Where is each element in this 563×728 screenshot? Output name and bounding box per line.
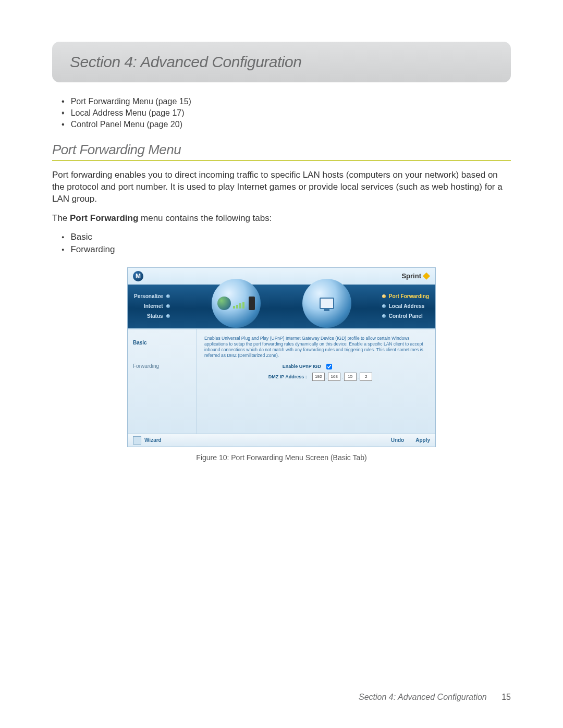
tab-basic[interactable]: Basic (133, 340, 191, 346)
ip-octet-1[interactable]: 192 (312, 373, 325, 381)
sprint-logo: Sprint (401, 272, 430, 280)
signal-bars-icon (233, 298, 247, 309)
nav-right: Port Forwarding Local Address Control Pa… (382, 293, 429, 319)
tab-forwarding[interactable]: Forwarding (133, 363, 191, 369)
header-graphics (212, 282, 351, 331)
paragraph: The Port Forwarding menu contains the fo… (52, 213, 511, 225)
app-window: M Sprint Personalize Internet Status (127, 267, 436, 447)
undo-button[interactable]: Undo (391, 437, 405, 443)
footer-text: Section 4: Advanced Configuration (359, 693, 487, 701)
dmz-label: DMZ IP Address : (239, 374, 307, 379)
sprint-pin-icon (423, 273, 430, 280)
toc-list: Port Forwarding Menu (page 15) Local Add… (62, 97, 511, 129)
description-text: Enables Universal Plug and Play (UPnP) I… (204, 336, 428, 359)
figure-caption: Figure 10: Port Forwarding Menu Screen (… (52, 453, 511, 462)
dot-icon (382, 294, 386, 298)
dot-icon (166, 294, 170, 298)
nav-label: Internet (144, 303, 163, 309)
nav-local-address[interactable]: Local Address (382, 303, 425, 309)
ip-octet-2[interactable]: 168 (328, 373, 340, 381)
dmz-row: DMZ IP Address : 192 . 168 . 15 . 2 (204, 373, 428, 381)
dot-icon (166, 314, 170, 318)
list-item: Forwarding (62, 244, 511, 255)
page-footer: Section 4: Advanced Configuration 15 (359, 693, 511, 702)
app-body: Basic Forwarding Enables Universal Plug … (128, 328, 435, 434)
globe-computer-icon (302, 279, 351, 328)
app-footer: Wizard Undo Apply (128, 434, 435, 447)
list-item: Basic (62, 232, 511, 242)
dot-icon (382, 314, 386, 318)
wizard-button[interactable]: Wizard (144, 437, 162, 443)
dot-icon (166, 304, 170, 308)
section-title: Section 4: Advanced Configuration (70, 53, 493, 71)
tabs-list: Basic Forwarding (62, 232, 511, 255)
text: menu contains the following tabs: (138, 213, 272, 223)
text-bold: Port Forwarding (70, 213, 138, 223)
page-number: 15 (501, 693, 511, 701)
toc-item: Port Forwarding Menu (page 15) (62, 97, 511, 106)
nav-personalize[interactable]: Personalize (134, 293, 170, 299)
subsection-title: Port Forwarding Menu (52, 142, 511, 158)
dot-icon (382, 304, 386, 308)
dot-separator: . (326, 374, 327, 379)
wizard-icon[interactable] (133, 436, 141, 445)
upnp-label: Enable UPnP IGD (253, 364, 321, 369)
nav-internet[interactable]: Internet (144, 303, 170, 309)
nav-label: Personalize (134, 293, 163, 299)
nav-port-forwarding[interactable]: Port Forwarding (382, 293, 429, 299)
section-header: Section 4: Advanced Configuration (52, 42, 511, 82)
ip-octet-4[interactable]: 2 (360, 373, 372, 381)
sidebar: Basic Forwarding (128, 329, 197, 434)
upnp-checkbox[interactable] (326, 364, 332, 369)
text: The (52, 213, 70, 223)
nav-control-panel[interactable]: Control Panel (382, 313, 423, 319)
paragraph: Port forwarding enables you to direct in… (52, 169, 511, 205)
nav-status[interactable]: Status (147, 313, 170, 319)
globe-internet-icon (212, 279, 261, 328)
title-underline (52, 160, 511, 161)
toc-item: Control Panel Menu (page 20) (62, 120, 511, 129)
toc-item: Local Address Menu (page 17) (62, 108, 511, 118)
upnp-row: Enable UPnP IGD (204, 364, 428, 369)
dot-separator: . (358, 374, 359, 379)
content-panel: Enables Universal Plug and Play (UPnP) I… (197, 329, 435, 434)
nav-left: Personalize Internet Status (134, 293, 170, 319)
dot-separator: . (341, 374, 343, 379)
nav-label: Control Panel (389, 313, 423, 319)
app-nav-header: Personalize Internet Status (128, 285, 435, 328)
earth-icon (217, 297, 231, 310)
sprint-logo-text: Sprint (401, 272, 421, 280)
nav-label: Local Address (389, 303, 425, 309)
nav-label: Port Forwarding (389, 293, 429, 299)
ip-octet-3[interactable]: 15 (344, 373, 357, 381)
dmz-ip-group: 192 . 168 . 15 . 2 (312, 373, 373, 381)
apply-button[interactable]: Apply (415, 437, 430, 443)
modem-icon (249, 297, 255, 310)
nav-label: Status (147, 313, 163, 319)
motorola-logo-icon: M (133, 271, 143, 281)
monitor-icon (320, 298, 334, 309)
